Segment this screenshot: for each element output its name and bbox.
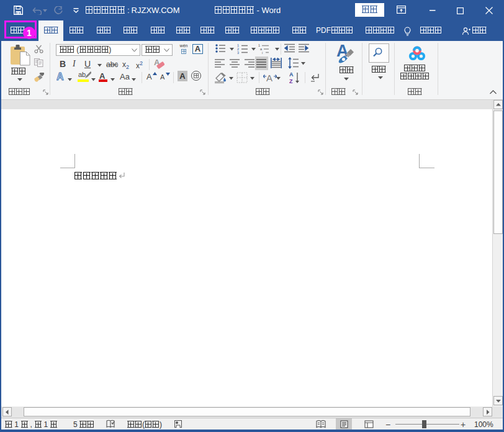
svg-text:3: 3 bbox=[237, 51, 239, 54]
svg-text:Z: Z bbox=[289, 78, 293, 84]
svg-text:A: A bbox=[289, 71, 294, 78]
svg-text:i: i bbox=[262, 51, 263, 54]
svg-text:A: A bbox=[266, 73, 272, 83]
svg-text:A: A bbox=[56, 71, 64, 82]
